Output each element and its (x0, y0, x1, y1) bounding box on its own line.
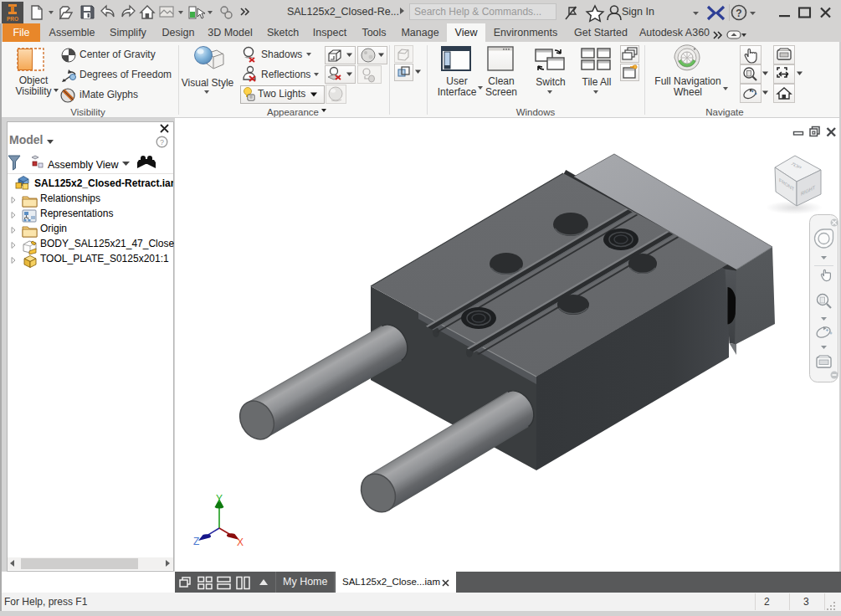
svg-text:Z: Z (193, 536, 199, 547)
svg-text:Y: Y (216, 493, 223, 505)
svg-text:?: ? (736, 8, 741, 19)
svg-text:?: ? (160, 138, 164, 146)
svg-text:X: X (237, 536, 244, 548)
